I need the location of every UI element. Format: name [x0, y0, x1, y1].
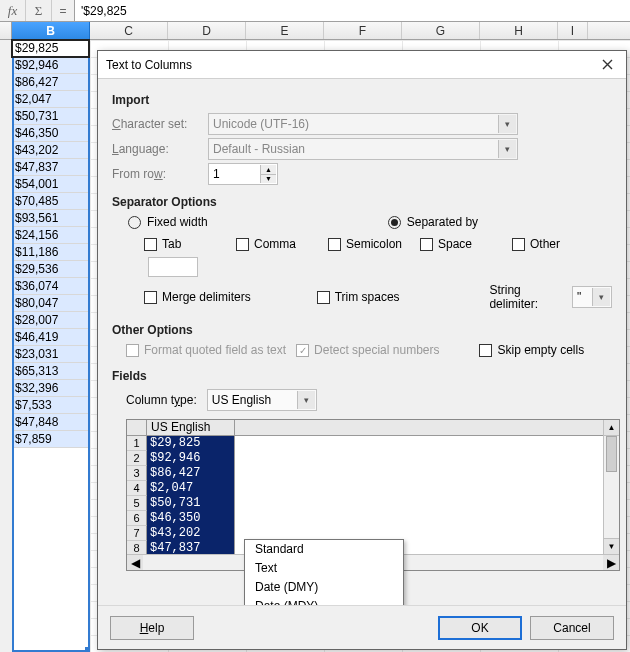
scroll-up-icon[interactable]: ▲ — [604, 420, 619, 436]
cell[interactable]: $29,825 — [12, 40, 89, 57]
cell[interactable]: $28,007 — [12, 312, 89, 329]
formula-bar: fx Σ = '$29,825 — [0, 0, 630, 22]
charset-combo[interactable]: Unicode (UTF-16) ▾ — [208, 113, 518, 135]
column-type-value: US English — [212, 393, 271, 407]
trim-spaces-checkbox[interactable]: Trim spaces — [317, 290, 450, 304]
cell[interactable]: $36,074 — [12, 278, 89, 295]
preview-row-num: 2 — [127, 451, 147, 466]
preview-vscrollbar[interactable]: ▲ ▼ — [603, 420, 619, 554]
cell[interactable]: $11,186 — [12, 244, 89, 261]
preview-row-value: $2,047 — [147, 481, 235, 496]
column-header-d[interactable]: D — [168, 22, 246, 39]
preview-row[interactable]: 2$92,946 — [127, 451, 603, 466]
other-delimiter-input[interactable] — [148, 257, 198, 277]
string-delimiter-combo[interactable]: " ▾ — [572, 286, 612, 308]
column-type-combo[interactable]: US English ▾ — [207, 389, 317, 411]
cell[interactable]: $93,561 — [12, 210, 89, 227]
cell[interactable]: $86,427 — [12, 74, 89, 91]
ok-button[interactable]: OK — [438, 616, 522, 640]
language-label: Language: — [112, 142, 208, 156]
column-header-b[interactable]: B — [12, 22, 90, 39]
separated-by-radio[interactable]: Separated by — [388, 215, 478, 229]
scroll-left-icon[interactable]: ◀ — [127, 555, 143, 570]
merge-delimiters-checkbox[interactable]: Merge delimiters — [144, 290, 277, 304]
dialog-titlebar[interactable]: Text to Columns — [98, 51, 626, 79]
cell[interactable]: $23,031 — [12, 346, 89, 363]
cell[interactable]: $54,001 — [12, 176, 89, 193]
corner-cell[interactable] — [0, 22, 12, 39]
preview-row[interactable]: 6$46,350 — [127, 511, 603, 526]
scroll-right-icon[interactable]: ▶ — [603, 555, 619, 570]
cell[interactable]: $92,946 — [12, 57, 89, 74]
preview-row-value: $92,946 — [147, 451, 235, 466]
help-button[interactable]: Help — [110, 616, 194, 640]
dropdown-item[interactable]: Text — [245, 559, 403, 578]
cell[interactable]: $43,202 — [12, 142, 89, 159]
close-button[interactable] — [596, 54, 618, 76]
preview-row[interactable]: 5$50,731 — [127, 496, 603, 511]
semicolon-checkbox[interactable]: Semicolon — [328, 237, 420, 251]
comma-checkbox[interactable]: Comma — [236, 237, 328, 251]
format-quoted-checkbox: Format quoted field as text — [126, 343, 286, 357]
fromrow-spinner[interactable]: 1 ▲▼ — [208, 163, 278, 185]
dropdown-item[interactable]: Standard — [245, 540, 403, 559]
fixed-width-radio[interactable]: Fixed width — [128, 215, 208, 229]
cell[interactable]: $24,156 — [12, 227, 89, 244]
preview-row[interactable]: 4$2,047 — [127, 481, 603, 496]
sum-button[interactable]: Σ — [26, 0, 52, 21]
charset-value: Unicode (UTF-16) — [213, 117, 309, 131]
dropdown-item[interactable]: Date (MDY) — [245, 597, 403, 605]
cell[interactable]: $47,837 — [12, 159, 89, 176]
spin-down-icon[interactable]: ▼ — [260, 175, 276, 184]
cell[interactable]: $47,848 — [12, 414, 89, 431]
scroll-thumb[interactable] — [606, 436, 617, 472]
equals-button[interactable]: = — [52, 0, 74, 21]
column-type-dropdown[interactable]: StandardTextDate (DMY)Date (MDY)Date (YM… — [244, 539, 404, 605]
cell[interactable]: $29,536 — [12, 261, 89, 278]
column-header-g[interactable]: G — [402, 22, 480, 39]
fields-heading: Fields — [112, 369, 612, 383]
dialog-title: Text to Columns — [106, 58, 596, 72]
column-header-c[interactable]: C — [90, 22, 168, 39]
column-headers: B C D E F G H I — [0, 22, 630, 40]
cell[interactable]: $65,313 — [12, 363, 89, 380]
separator-heading: Separator Options — [112, 195, 612, 209]
cell[interactable]: $46,350 — [12, 125, 89, 142]
preview-row-num: 3 — [127, 466, 147, 481]
skip-empty-checkbox[interactable]: Skip empty cells — [479, 343, 584, 357]
other-checkbox[interactable]: Other — [512, 237, 604, 251]
charset-label: Character set: — [112, 117, 208, 131]
other-options-heading: Other Options — [112, 323, 612, 337]
cell[interactable]: $2,047 — [12, 91, 89, 108]
column-header-f[interactable]: F — [324, 22, 402, 39]
cancel-button[interactable]: Cancel — [530, 616, 614, 640]
chevron-down-icon: ▾ — [592, 288, 610, 306]
detect-special-checkbox: ✓Detect special numbers — [296, 343, 439, 357]
cell[interactable]: $46,419 — [12, 329, 89, 346]
preview-row[interactable]: 1$29,825 — [127, 436, 603, 451]
cell[interactable]: $7,859 — [12, 431, 89, 448]
column-b-cells[interactable]: $29,825 $92,946 $86,427 $2,047 $50,731 $… — [12, 40, 90, 652]
scroll-down-icon[interactable]: ▼ — [604, 538, 619, 554]
chevron-down-icon: ▾ — [498, 115, 516, 133]
dropdown-item[interactable]: Date (DMY) — [245, 578, 403, 597]
cell[interactable]: $32,396 — [12, 380, 89, 397]
cell[interactable]: $50,731 — [12, 108, 89, 125]
formula-input[interactable]: '$29,825 — [74, 0, 630, 21]
column-header-e[interactable]: E — [246, 22, 324, 39]
preview-row-value: $86,427 — [147, 466, 235, 481]
preview-row-value: $46,350 — [147, 511, 235, 526]
language-value: Default - Russian — [213, 142, 305, 156]
preview-row[interactable]: 3$86,427 — [127, 466, 603, 481]
spin-up-icon[interactable]: ▲ — [260, 165, 276, 175]
fx-button[interactable]: fx — [0, 0, 26, 21]
preview-column-type[interactable]: US English — [147, 420, 235, 435]
column-header-i[interactable]: I — [558, 22, 588, 39]
tab-checkbox[interactable]: Tab — [144, 237, 236, 251]
column-header-h[interactable]: H — [480, 22, 558, 39]
cell[interactable]: $70,485 — [12, 193, 89, 210]
language-combo[interactable]: Default - Russian ▾ — [208, 138, 518, 160]
space-checkbox[interactable]: Space — [420, 237, 512, 251]
cell[interactable]: $7,533 — [12, 397, 89, 414]
cell[interactable]: $80,047 — [12, 295, 89, 312]
